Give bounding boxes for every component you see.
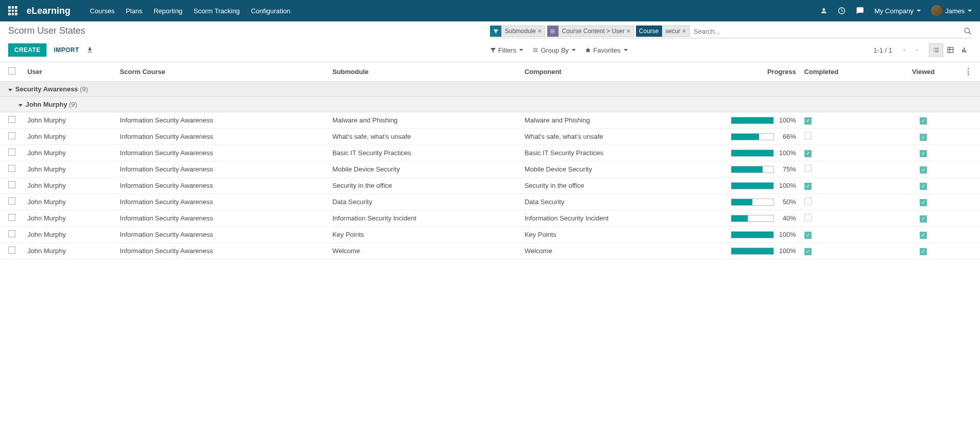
progress-text: 75% — [778, 165, 796, 173]
cell-submodule: Information Security Incident — [328, 210, 521, 227]
progress-bar — [731, 166, 774, 173]
cell-viewed: ✓ — [887, 243, 961, 259]
import-button[interactable]: IMPORT — [54, 46, 79, 54]
progress-bar — [731, 215, 774, 222]
groupby-dropdown[interactable]: Group By — [532, 46, 576, 54]
header-viewed[interactable]: Viewed — [887, 62, 961, 82]
user-menu[interactable]: James — [931, 5, 972, 16]
facet-search-value: secur — [666, 28, 680, 35]
page-info: 1-1 / 1 — [873, 46, 892, 54]
filters-label: Filters — [498, 46, 516, 54]
user-icon[interactable] — [820, 7, 827, 14]
header-progress[interactable]: Progress — [712, 62, 800, 82]
row-checkbox[interactable] — [8, 214, 15, 221]
prev-page-button[interactable] — [899, 45, 909, 55]
progress-text: 100% — [778, 116, 796, 124]
graph-view-button[interactable] — [958, 43, 972, 57]
favorites-dropdown[interactable]: Favorites — [585, 46, 627, 54]
app-title[interactable]: eLearning — [27, 6, 70, 16]
cell-user: John Murphy — [23, 129, 116, 145]
table-row[interactable]: John MurphyInformation Security Awarenes… — [0, 243, 980, 259]
row-checkbox[interactable] — [8, 198, 15, 205]
table-row[interactable]: John MurphyInformation Security Awarenes… — [0, 145, 980, 161]
table-row[interactable]: John MurphyInformation Security Awarenes… — [0, 112, 980, 129]
cell-viewed: ✓ — [887, 129, 961, 145]
row-checkbox[interactable] — [8, 149, 15, 156]
activity-icon[interactable] — [838, 7, 846, 15]
table-row[interactable]: John MurphyInformation Security Awarenes… — [0, 178, 980, 194]
subgroup-row[interactable]: John Murphy (9) — [0, 97, 980, 112]
create-button[interactable]: CREATE — [8, 43, 46, 57]
row-checkbox[interactable] — [8, 181, 15, 188]
navbar-right: My Company James — [820, 5, 972, 16]
facet-remove-button[interactable]: × — [682, 28, 686, 35]
cell-user: John Murphy — [23, 178, 116, 194]
check-done-icon: ✓ — [920, 166, 927, 174]
progress-bar — [731, 133, 774, 140]
row-checkbox[interactable] — [8, 116, 15, 123]
svg-point-1 — [965, 28, 969, 33]
table-row[interactable]: John MurphyInformation Security Awarenes… — [0, 161, 980, 178]
apps-launcher-icon[interactable] — [8, 6, 17, 15]
search-input[interactable] — [692, 27, 962, 36]
select-all-checkbox[interactable] — [8, 67, 15, 75]
cell-user: John Murphy — [23, 112, 116, 129]
cell-submodule: What's safe, what's unsafe — [328, 129, 521, 145]
row-checkbox[interactable] — [8, 247, 15, 254]
avatar — [931, 5, 942, 16]
check-done-icon: ✓ — [920, 134, 927, 141]
progress-bar — [731, 150, 774, 157]
next-page-button[interactable] — [913, 45, 922, 55]
menu-item-plans[interactable]: Plans — [126, 7, 142, 15]
check-done-icon: ✓ — [920, 248, 927, 255]
cell-viewed: ✓ — [887, 112, 961, 129]
row-checkbox[interactable] — [8, 230, 15, 237]
company-name: My Company — [874, 7, 914, 15]
menu-item-courses[interactable]: Courses — [90, 7, 114, 15]
table-row[interactable]: John MurphyInformation Security Awarenes… — [0, 227, 980, 243]
table-row[interactable]: John MurphyInformation Security Awarenes… — [0, 129, 980, 145]
row-checkbox[interactable] — [8, 132, 15, 139]
table-row[interactable]: John MurphyInformation Security Awarenes… — [0, 194, 980, 210]
navbar-left: eLearning Courses Plans Reporting Scorm … — [8, 6, 290, 16]
company-selector[interactable]: My Company — [874, 7, 921, 15]
check-empty-icon — [804, 165, 812, 172]
cell-completed — [800, 129, 887, 145]
progress-fill — [731, 215, 748, 222]
header-completed[interactable]: Completed — [800, 62, 887, 82]
cell-progress: 40% — [712, 210, 800, 227]
progress-fill — [731, 183, 773, 189]
menu-item-reporting[interactable]: Reporting — [154, 7, 182, 15]
table-row[interactable]: John MurphyInformation Security Awarenes… — [0, 210, 980, 227]
header-course[interactable]: Scorm Course — [116, 62, 328, 82]
group-toggle-icon[interactable] — [8, 89, 12, 91]
messaging-icon[interactable] — [856, 7, 864, 15]
menu-item-scorm-tracking[interactable]: Scorm Tracking — [193, 7, 239, 15]
header-submodule[interactable]: Submodule — [328, 62, 521, 82]
row-checkbox[interactable] — [8, 165, 15, 172]
header-user[interactable]: User — [23, 62, 116, 82]
cell-user: John Murphy — [23, 145, 116, 161]
progress-fill — [731, 134, 759, 140]
filter-icon — [490, 26, 501, 37]
facet-remove-button[interactable]: × — [627, 28, 630, 35]
header-component[interactable]: Component — [521, 62, 712, 82]
check-done-icon: ✓ — [804, 150, 812, 157]
group-row[interactable]: Security Awareness (9) — [0, 82, 980, 97]
list-view-button[interactable] — [929, 43, 943, 57]
group-toggle-icon[interactable] — [18, 104, 22, 107]
cell-progress: 100% — [712, 145, 800, 161]
column-options-button[interactable]: ⋮ — [964, 67, 972, 76]
check-done-icon: ✓ — [804, 117, 812, 125]
facet-remove-button[interactable]: × — [538, 28, 542, 35]
cell-progress: 50% — [712, 194, 800, 210]
export-button[interactable] — [86, 46, 93, 54]
menu-item-configuration[interactable]: Configuration — [251, 7, 290, 15]
cell-progress: 66% — [712, 129, 800, 145]
pivot-view-button[interactable] — [943, 43, 958, 57]
page-nav — [899, 45, 922, 55]
search-icon[interactable] — [964, 27, 972, 35]
filters-dropdown[interactable]: Filters — [490, 46, 523, 54]
table-body: Security Awareness (9)John Murphy (9)Joh… — [0, 82, 980, 259]
progress-text: 66% — [778, 133, 796, 140]
